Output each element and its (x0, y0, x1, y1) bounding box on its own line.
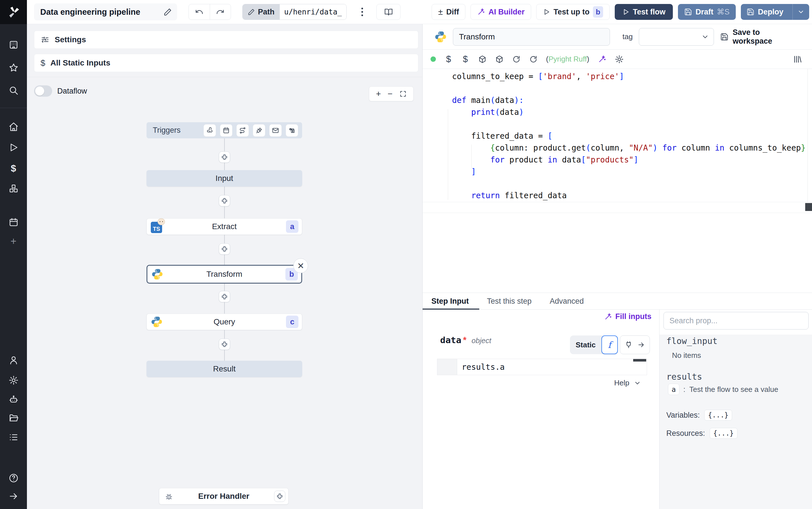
sidebar-item-runs[interactable] (0, 142, 27, 152)
deploy-button[interactable]: Deploy (741, 4, 789, 20)
step-name-input[interactable] (453, 28, 610, 46)
binoculars-clock-icon (288, 127, 296, 134)
query-node-label: Query (147, 317, 302, 327)
more-menu-button[interactable] (358, 8, 366, 16)
code-scrollbar-thumb[interactable] (805, 203, 812, 211)
add-step-button[interactable] (219, 339, 230, 350)
sidebar-item-folders[interactable] (0, 413, 27, 423)
edit-title-pencil-icon[interactable] (163, 8, 172, 16)
help-toggle[interactable]: Help (614, 379, 641, 387)
tab-advanced[interactable]: Advanced (550, 297, 584, 306)
extract-node[interactable]: TS Extract a (147, 218, 302, 235)
redo-button[interactable] (210, 4, 231, 20)
tag-select[interactable] (639, 28, 714, 46)
library-icon[interactable] (793, 55, 802, 64)
sidebar-item-schedules[interactable] (0, 217, 27, 228)
http-route-trigger-button[interactable] (236, 124, 249, 137)
fit-view-button[interactable] (399, 90, 407, 98)
search-prop-input[interactable] (663, 312, 809, 330)
all-static-inputs-button[interactable]: $ All Static Inputs (34, 54, 418, 72)
code-scrollbar-track-bottom (422, 213, 812, 213)
sidebar-item-workers[interactable] (0, 395, 27, 405)
input-node[interactable]: Input (147, 170, 302, 186)
add-step-button[interactable] (219, 151, 230, 163)
undo-button[interactable] (189, 4, 210, 20)
sidebar-item-home[interactable] (0, 122, 27, 132)
save-to-workspace-button[interactable]: Save to workspace (720, 28, 801, 46)
test-flow-button[interactable]: Test flow (615, 4, 673, 20)
add-resource-button[interactable]: $ (461, 54, 469, 64)
ai-wand-icon[interactable] (598, 55, 606, 64)
zoom-out-button[interactable]: − (388, 90, 393, 98)
error-handler-node[interactable]: Error Handler (159, 488, 289, 505)
close-step-button[interactable]: ✕ (293, 258, 308, 273)
static-mode-label[interactable]: Static (570, 341, 601, 349)
add-step-button[interactable] (219, 243, 230, 254)
sidebar-item-help[interactable] (0, 473, 27, 483)
diff-button[interactable]: ± Diff (432, 4, 466, 20)
tab-step-input[interactable]: Step Input (431, 297, 469, 306)
code-editor[interactable]: columns_to_keep = ['brand', 'price'] def… (422, 69, 808, 202)
docs-button[interactable] (376, 4, 401, 20)
path-button[interactable]: Path u/henri/data_ (242, 4, 346, 20)
reload-icon[interactable] (529, 55, 538, 64)
plus-icon (221, 198, 228, 204)
draft-button[interactable]: Draft ⌘S (678, 4, 736, 20)
result-key-badge[interactable]: a (668, 384, 679, 395)
expression-value[interactable]: results.a (457, 359, 505, 375)
variables-expand-badge[interactable]: {...} (704, 410, 732, 420)
flow-input-section[interactable]: flow_input (666, 336, 717, 346)
sidebar-item-variables[interactable]: $ (0, 163, 27, 174)
gear-icon (8, 375, 19, 385)
expression-scrollbar-thumb[interactable] (633, 359, 646, 362)
result-node[interactable]: Result (147, 361, 302, 377)
sidebar-item-expand[interactable] (0, 491, 27, 501)
add-variable-button[interactable]: $ (444, 54, 453, 64)
connect-input-button[interactable] (620, 335, 650, 354)
results-section[interactable]: results (666, 372, 702, 382)
flow-canvas[interactable]: Settings $ All Static Inputs Dataflow + … (27, 24, 422, 509)
ai-builder-button[interactable]: AI Builder (471, 4, 531, 20)
sidebar-item-workspace[interactable] (0, 40, 27, 50)
test-up-to-button[interactable]: Test up to b (536, 4, 610, 20)
path-value[interactable]: u/henri/data_ (280, 4, 346, 20)
expression-editor[interactable]: results.a (437, 359, 647, 375)
deploy-options-button[interactable] (792, 4, 809, 20)
poll-trigger-button[interactable] (286, 124, 298, 137)
windmill-logo[interactable] (0, 0, 27, 24)
query-node[interactable]: Query c (147, 314, 302, 330)
schedule-trigger-button[interactable] (220, 124, 232, 137)
reload-icon[interactable] (512, 55, 521, 64)
sidebar-item-logs[interactable] (0, 432, 27, 442)
result-a-row[interactable]: a : Test the flow to see a value (668, 384, 778, 395)
javascript-expression-mode-button[interactable]: f (601, 335, 618, 354)
transform-node[interactable]: Transform b ✕ (147, 265, 302, 283)
email-trigger-button[interactable] (269, 124, 282, 137)
transform-node-label: Transform (147, 270, 301, 279)
sidebar-item-user[interactable] (0, 355, 27, 365)
plug-icon (625, 341, 633, 349)
triggers-node[interactable]: Triggers (147, 122, 302, 138)
editor-settings-gear-icon[interactable] (615, 55, 624, 64)
wand-icon (604, 313, 612, 321)
sidebar-item-favorites[interactable] (0, 63, 27, 73)
triggers-label: Triggers (153, 126, 181, 135)
package-icon[interactable] (478, 55, 487, 64)
package-icon[interactable] (495, 55, 504, 64)
add-step-button[interactable] (219, 291, 230, 302)
sidebar-item-search[interactable] (0, 86, 27, 96)
add-error-handler-button[interactable] (274, 490, 285, 502)
zoom-in-button[interactable]: + (376, 90, 381, 98)
webhook-trigger-button[interactable] (204, 124, 216, 137)
websocket-trigger-button[interactable] (253, 124, 265, 137)
sidebar-item-add[interactable]: + (0, 235, 27, 247)
flow-settings-button[interactable]: Settings (34, 31, 418, 49)
resources-expand-badge[interactable]: {...} (710, 428, 737, 439)
add-step-button[interactable] (219, 195, 230, 206)
sidebar-item-settings[interactable] (0, 375, 27, 385)
tab-test-this-step[interactable]: Test this step (487, 297, 532, 306)
lint-status: (Pyright Ruff) (546, 55, 590, 64)
sidebar-item-resources[interactable] (0, 183, 27, 194)
dataflow-toggle[interactable] (34, 86, 52, 97)
fill-inputs-button[interactable]: Fill inputs (604, 312, 652, 321)
